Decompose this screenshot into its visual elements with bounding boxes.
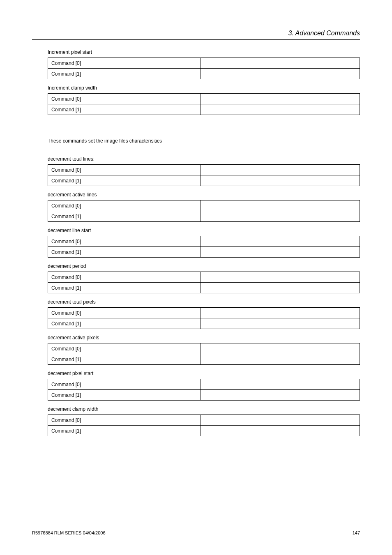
- cell-label: Command [1]: [48, 175, 201, 186]
- cell-label: Command [0]: [48, 165, 201, 175]
- cell-value: [201, 390, 360, 401]
- table-row: Command [1]: [48, 211, 360, 222]
- command-table: Command [0] Command [1]: [48, 307, 360, 329]
- table-row: Command [1]: [48, 247, 360, 258]
- cell-label: Command [0]: [48, 94, 201, 104]
- cell-value: [201, 415, 360, 426]
- content: Increment pixel start Command [0] Comman…: [32, 49, 360, 436]
- table-row: Command [1]: [48, 69, 360, 79]
- table-row: Command [0]: [48, 308, 360, 318]
- cell-value: [201, 354, 360, 365]
- cell-label: Command [1]: [48, 69, 201, 79]
- page: 3. Advanced Commands Increment pixel sta…: [0, 0, 392, 555]
- page-footer: R5976884 RLM SERIES 04/04/2006 147: [32, 530, 360, 535]
- command-table: Command [0] Command [1]: [48, 200, 360, 222]
- cell-label: Command [1]: [48, 354, 201, 365]
- cell-label: Command [1]: [48, 104, 201, 115]
- command-table: Command [0] Command [1]: [48, 379, 360, 401]
- table-row: Command [0]: [48, 58, 360, 69]
- caption: decrement active pixels: [48, 335, 360, 341]
- cell-value: [201, 426, 360, 436]
- command-table: Command [0] Command [1]: [48, 93, 360, 115]
- table-row: Command [1]: [48, 283, 360, 293]
- footer-rule: [109, 533, 349, 533]
- caption: decrement clamp width: [48, 406, 360, 412]
- cell-value: [201, 211, 360, 222]
- command-table: Command [0] Command [1]: [48, 272, 360, 293]
- command-table: Command [0] Command [1]: [48, 164, 360, 186]
- footer-page-number: 147: [353, 530, 360, 535]
- table-row: Command [0]: [48, 272, 360, 283]
- table-row: Command [0]: [48, 94, 360, 104]
- caption: decrement total lines:: [48, 156, 360, 162]
- command-table: Command [0] Command [1]: [48, 343, 360, 365]
- cell-label: Command [0]: [48, 379, 201, 390]
- cell-label: Command [1]: [48, 390, 201, 401]
- table-row: Command [0]: [48, 343, 360, 354]
- caption: Increment clamp width: [48, 85, 360, 91]
- cell-value: [201, 308, 360, 318]
- table-row: Command [1]: [48, 354, 360, 365]
- cell-value: [201, 104, 360, 115]
- caption: decrement line start: [48, 228, 360, 233]
- table-row: Command [1]: [48, 104, 360, 115]
- cell-label: Command [0]: [48, 415, 201, 426]
- cell-value: [201, 272, 360, 283]
- caption: decrement pixel start: [48, 371, 360, 376]
- description: These commands set the image files chara…: [48, 138, 360, 144]
- cell-value: [201, 69, 360, 79]
- footer-doc-id: R5976884 RLM SERIES 04/04/2006: [32, 530, 106, 535]
- cell-label: Command [0]: [48, 200, 201, 211]
- cell-value: [201, 200, 360, 211]
- cell-value: [201, 165, 360, 175]
- cell-value: [201, 247, 360, 258]
- caption: decrement period: [48, 263, 360, 269]
- table-row: Command [1]: [48, 318, 360, 329]
- cell-label: Command [1]: [48, 247, 201, 258]
- cell-label: Command [1]: [48, 211, 201, 222]
- table-row: Command [1]: [48, 426, 360, 436]
- cell-label: Command [0]: [48, 236, 201, 247]
- cell-value: [201, 175, 360, 186]
- cell-label: Command [0]: [48, 272, 201, 283]
- command-table: Command [0] Command [1]: [48, 236, 360, 258]
- cell-label: Command [0]: [48, 343, 201, 354]
- caption: decrement active lines: [48, 192, 360, 198]
- command-table: Command [0] Command [1]: [48, 58, 360, 79]
- cell-label: Command [1]: [48, 318, 201, 329]
- header-title: 3. Advanced Commands: [288, 30, 360, 37]
- cell-value: [201, 94, 360, 104]
- cell-value: [201, 236, 360, 247]
- table-row: Command [0]: [48, 165, 360, 175]
- caption: decrement total pixels: [48, 299, 360, 305]
- table-row: Command [1]: [48, 175, 360, 186]
- cell-label: Command [0]: [48, 308, 201, 318]
- cell-value: [201, 343, 360, 354]
- caption: Increment pixel start: [48, 49, 360, 55]
- table-row: Command [0]: [48, 379, 360, 390]
- cell-value: [201, 379, 360, 390]
- table-row: Command [0]: [48, 415, 360, 426]
- cell-label: Command [0]: [48, 58, 201, 69]
- cell-value: [201, 58, 360, 69]
- table-row: Command [0]: [48, 200, 360, 211]
- cell-value: [201, 283, 360, 293]
- cell-label: Command [1]: [48, 426, 201, 436]
- table-row: Command [1]: [48, 390, 360, 401]
- table-row: Command [0]: [48, 236, 360, 247]
- page-header: 3. Advanced Commands: [32, 30, 360, 40]
- cell-label: Command [1]: [48, 283, 201, 293]
- command-table: Command [0] Command [1]: [48, 415, 360, 436]
- cell-value: [201, 318, 360, 329]
